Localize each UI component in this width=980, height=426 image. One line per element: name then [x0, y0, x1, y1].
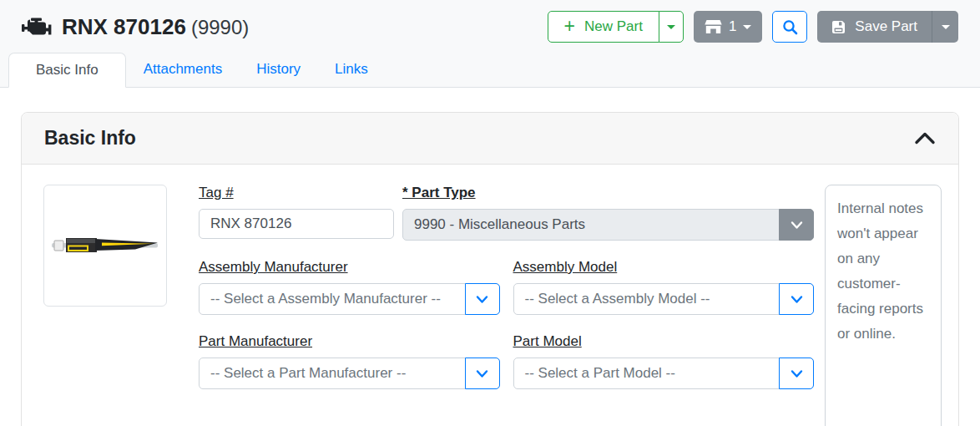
tab-attachments[interactable]: Attachments: [127, 53, 240, 87]
new-part-dropdown-toggle[interactable]: [659, 11, 684, 43]
internal-notes-panel: Internal notes won't appear on any custo…: [825, 185, 942, 426]
part-type-label: * Part Type: [402, 185, 814, 201]
tab-history[interactable]: History: [240, 53, 317, 87]
new-part-button[interactable]: + New Part: [548, 11, 659, 43]
assembly-model-label: Assembly Model: [513, 259, 815, 276]
assembly-manufacturer-placeholder: -- Select a Assembly Manufacturer --: [200, 291, 466, 307]
part-type-code: (9990): [191, 16, 249, 38]
part-model-placeholder: -- Select a Part Model --: [514, 365, 780, 382]
card-title: Basic Info: [44, 127, 136, 150]
save-part-button[interactable]: Save Part: [817, 11, 932, 43]
title-bar: RNX 870126(9990) + New Part 1: [0, 0, 980, 43]
tab-bar: Basic Info Attachments History Links: [0, 53, 980, 87]
store-count-dropdown[interactable]: 1: [694, 11, 762, 43]
part-model-select[interactable]: -- Select a Part Model --: [513, 358, 815, 389]
assembly-manufacturer-field: Assembly Manufacturer -- Select a Assemb…: [199, 259, 500, 315]
part-manufacturer-label: Part Manufacturer: [199, 333, 500, 350]
part-model-dropdown-button[interactable]: [779, 358, 814, 389]
basic-info-card-body: Tag # * Part Type 9990 - Miscellaneous P…: [22, 165, 958, 426]
caret-down-icon: [667, 25, 675, 29]
tag-label: Tag #: [199, 185, 394, 201]
header-actions: + New Part 1: [548, 11, 958, 43]
caret-down-icon: [942, 25, 950, 29]
part-manufacturer-placeholder: -- Select a Part Manufacturer --: [200, 365, 466, 382]
part-type-field: * Part Type 9990 - Miscellaneous Parts: [402, 185, 814, 241]
storefront-icon: [705, 19, 722, 34]
basic-info-card: Basic Info: [21, 112, 959, 426]
assembly-model-select[interactable]: -- Select a Assembly Model --: [513, 283, 815, 315]
page-header: RNX 870126(9990) + New Part 1: [0, 0, 980, 88]
assembly-manufacturer-select[interactable]: -- Select a Assembly Manufacturer --: [199, 283, 500, 315]
part-image: [43, 185, 167, 307]
save-part-split-button: Save Part: [817, 11, 958, 43]
assembly-manufacturer-dropdown-button[interactable]: [465, 283, 500, 315]
save-part-dropdown-toggle[interactable]: [932, 11, 958, 43]
chevron-up-icon[interactable]: [914, 131, 936, 145]
basic-info-card-header[interactable]: Basic Info: [22, 113, 958, 165]
save-icon: [831, 20, 846, 34]
assembly-manufacturer-label: Assembly Manufacturer: [199, 259, 500, 276]
search-button[interactable]: [772, 11, 807, 43]
page-title: RNX 870126(9990): [62, 14, 249, 40]
part-type-value: 9990 - Miscellaneous Parts: [403, 216, 780, 233]
tab-basic-info[interactable]: Basic Info: [8, 53, 126, 88]
part-manufacturer-dropdown-button[interactable]: [465, 358, 500, 389]
part-model-label: Part Model: [513, 333, 815, 350]
assembly-model-field: Assembly Model -- Select a Assembly Mode…: [513, 259, 815, 315]
assembly-model-dropdown-button[interactable]: [779, 283, 814, 315]
internal-notes-text: Internal notes won't appear on any custo…: [837, 200, 923, 342]
engine-icon: [22, 16, 53, 38]
part-type-select[interactable]: 9990 - Miscellaneous Parts: [402, 209, 814, 241]
new-part-split-button: + New Part: [548, 11, 684, 43]
part-manufacturer-field: Part Manufacturer -- Select a Part Manuf…: [199, 333, 500, 389]
part-model-field: Part Model -- Select a Part Model --: [513, 333, 815, 389]
plus-icon: +: [564, 17, 575, 36]
basic-info-form: Tag # * Part Type 9990 - Miscellaneous P…: [199, 185, 814, 408]
part-manufacturer-select[interactable]: -- Select a Part Manufacturer --: [199, 358, 500, 389]
search-icon: [782, 19, 798, 35]
store-count: 1: [729, 18, 736, 35]
tab-links[interactable]: Links: [318, 53, 385, 87]
assembly-model-placeholder: -- Select a Assembly Model --: [514, 291, 780, 307]
tag-input[interactable]: [199, 209, 394, 239]
tag-field: Tag #: [199, 185, 394, 241]
caret-down-icon: [743, 25, 751, 29]
part-type-dropdown-button[interactable]: [779, 209, 814, 241]
tab-content: Basic Info: [0, 88, 980, 426]
